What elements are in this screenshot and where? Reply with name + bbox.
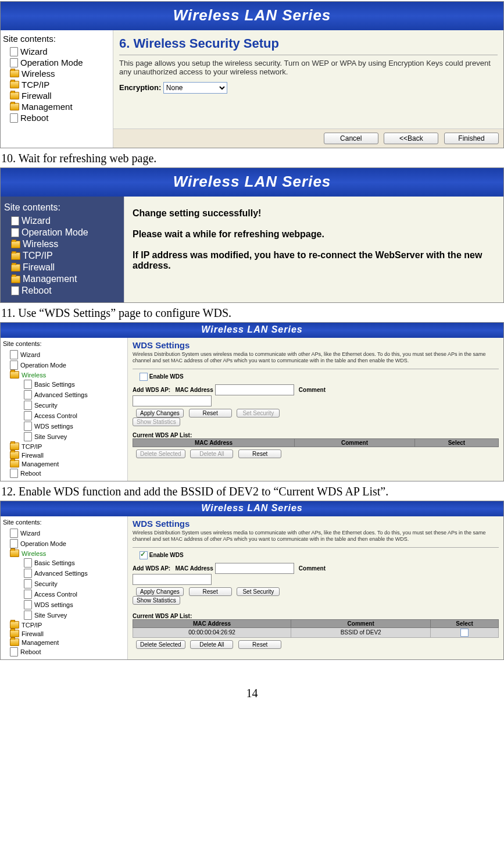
sidebar-item-access-control[interactable]: Access Control xyxy=(3,589,125,599)
page-icon xyxy=(24,558,32,568)
step-11-text: 11. Use “WDS Settings” page to configure… xyxy=(1,306,504,320)
step-10-text: 10. Wait for refreshing web page. xyxy=(1,152,504,165)
sidebar-item-label: Wizard xyxy=(20,351,40,358)
sidebar-item-firewall[interactable]: Firewall xyxy=(3,629,125,638)
page-icon xyxy=(24,569,32,578)
delete-all-button[interactable]: Delete All xyxy=(190,449,233,458)
sidebar-item-wds-settings[interactable]: WDS settings xyxy=(3,599,125,610)
reset-button[interactable]: Reset xyxy=(189,409,232,417)
sidebar-item-reboot[interactable]: Reboot xyxy=(4,285,120,297)
set-security-button[interactable]: Set Security xyxy=(237,409,280,417)
reset-list-button[interactable]: Reset xyxy=(238,449,281,458)
sidebar-item-label: Management xyxy=(22,102,73,112)
sidebar-item-basic-settings[interactable]: Basic Settings xyxy=(3,379,125,390)
back-button[interactable]: <<Back xyxy=(384,133,438,144)
set-security-button[interactable]: Set Security xyxy=(237,587,280,596)
delete-selected-button[interactable]: Delete Selected xyxy=(136,640,185,649)
sidebar-item-site-survey[interactable]: Site Survey xyxy=(3,431,125,442)
banner-title: Wireless LAN Series xyxy=(1,168,503,197)
col-select: Select xyxy=(431,619,499,627)
folder-icon xyxy=(10,451,19,459)
sidebar-item-opmode[interactable]: Operation Mode xyxy=(4,227,120,238)
sidebar-item-security[interactable]: Security xyxy=(3,400,125,411)
sidebar-item-reboot[interactable]: Reboot xyxy=(3,647,125,657)
encryption-select[interactable]: None xyxy=(163,82,227,94)
page-icon xyxy=(10,539,18,548)
finished-button[interactable]: Finished xyxy=(444,133,499,144)
sidebar-item-management[interactable]: Management xyxy=(3,459,125,468)
sidebar-item-label: Operation Mode xyxy=(20,58,83,67)
enable-wds-checkbox[interactable] xyxy=(140,551,148,559)
banner-title: Wireless LAN Series xyxy=(1,323,503,338)
sidebar-item-firewall[interactable]: Firewall xyxy=(3,451,125,459)
page-icon xyxy=(11,286,19,295)
cancel-button[interactable]: Cancel xyxy=(324,133,378,144)
sidebar-item-opmode[interactable]: Operation Mode xyxy=(3,360,125,370)
show-statistics-button[interactable]: Show Statistics xyxy=(133,596,180,605)
comment-input[interactable] xyxy=(133,395,212,406)
sidebar-item-security[interactable]: Security xyxy=(3,579,125,589)
screenshot-wds-empty: Wireless LAN Series Site contents: Wizar… xyxy=(0,322,504,481)
sidebar-item-tcpip[interactable]: TCP/IP xyxy=(4,250,120,262)
sidebar-item-wireless[interactable]: Wireless xyxy=(4,238,120,250)
sidebar-title: Site contents: xyxy=(3,34,110,44)
sidebar-item-wireless[interactable]: Wireless xyxy=(3,370,125,379)
page-icon xyxy=(10,529,18,538)
delete-selected-button[interactable]: Delete Selected xyxy=(136,449,185,458)
sidebar: Site contents: Wizard Operation Mode Wir… xyxy=(1,516,128,659)
sidebar-item-label: Site Survey xyxy=(34,433,67,440)
sidebar-item-wizard[interactable]: Wizard xyxy=(3,528,125,538)
sidebar-item-management[interactable]: Management xyxy=(4,273,120,285)
apply-changes-button[interactable]: Apply Changes xyxy=(136,409,184,417)
sidebar-item-wireless[interactable]: Wireless xyxy=(3,549,125,558)
divider xyxy=(133,369,499,369)
sidebar-item-tcpip[interactable]: TCP/IP xyxy=(3,442,125,451)
sidebar-item-access-control[interactable]: Access Control xyxy=(3,411,125,421)
reset-list-button[interactable]: Reset xyxy=(238,640,281,649)
sidebar-item-tcpip[interactable]: TCP/IP xyxy=(3,620,125,629)
content-pane: WDS Settings Wireless Distribution Syste… xyxy=(128,516,503,659)
mac-label: MAC Address xyxy=(176,387,213,393)
comment-label: Comment xyxy=(299,565,326,572)
sidebar-item-management[interactable]: Management xyxy=(3,638,125,647)
sidebar-item-tcpip[interactable]: TCP/IP xyxy=(3,79,110,90)
sidebar-item-label: Site Survey xyxy=(34,612,67,619)
sidebar-item-firewall[interactable]: Firewall xyxy=(3,90,110,101)
sidebar-item-firewall[interactable]: Firewall xyxy=(4,262,120,273)
sidebar-item-wireless[interactable]: Wireless xyxy=(3,68,110,79)
page-icon xyxy=(10,469,18,478)
folder-icon xyxy=(11,252,20,260)
cell-comment: BSSID of DEV2 xyxy=(291,627,431,637)
sidebar-item-basic-settings[interactable]: Basic Settings xyxy=(3,558,125,568)
enable-wds-checkbox[interactable] xyxy=(140,373,148,381)
delete-all-button[interactable]: Delete All xyxy=(190,640,233,649)
sidebar-item-management[interactable]: Management xyxy=(3,101,110,112)
mac-input[interactable] xyxy=(215,384,294,395)
mac-input[interactable] xyxy=(215,563,294,574)
row-select-checkbox[interactable] xyxy=(460,629,469,637)
sidebar-item-reboot[interactable]: Reboot xyxy=(3,112,110,123)
page-icon xyxy=(11,228,19,237)
sidebar-item-wizard[interactable]: Wizard xyxy=(3,349,125,360)
sidebar-item-reboot[interactable]: Reboot xyxy=(3,468,125,479)
sidebar-item-wds-settings[interactable]: WDS settings xyxy=(3,421,125,431)
sidebar-item-advanced-settings[interactable]: Advanced Settings xyxy=(3,568,125,579)
folder-icon xyxy=(10,630,19,637)
sidebar-item-opmode[interactable]: Operation Mode xyxy=(3,57,110,68)
apply-changes-button[interactable]: Apply Changes xyxy=(136,587,184,596)
show-statistics-button[interactable]: Show Statistics xyxy=(133,417,180,426)
sidebar-item-label: Wireless xyxy=(23,239,58,249)
page-icon xyxy=(24,422,32,431)
sidebar-item-advanced-settings[interactable]: Advanced Settings xyxy=(3,390,125,400)
reset-button[interactable]: Reset xyxy=(189,587,232,596)
sidebar-item-label: Wizard xyxy=(20,530,40,537)
sidebar-item-wizard[interactable]: Wizard xyxy=(4,215,120,227)
page-number: 14 xyxy=(0,687,504,700)
sidebar-item-site-survey[interactable]: Site Survey xyxy=(3,610,125,620)
sidebar-item-wizard[interactable]: Wizard xyxy=(3,46,110,57)
col-comment: Comment xyxy=(295,438,415,447)
content-pane: WDS Settings Wireless Distribution Syste… xyxy=(128,338,503,481)
col-mac: MAC Address xyxy=(133,619,291,627)
sidebar-item-opmode[interactable]: Operation Mode xyxy=(3,538,125,549)
comment-input[interactable] xyxy=(133,574,212,585)
